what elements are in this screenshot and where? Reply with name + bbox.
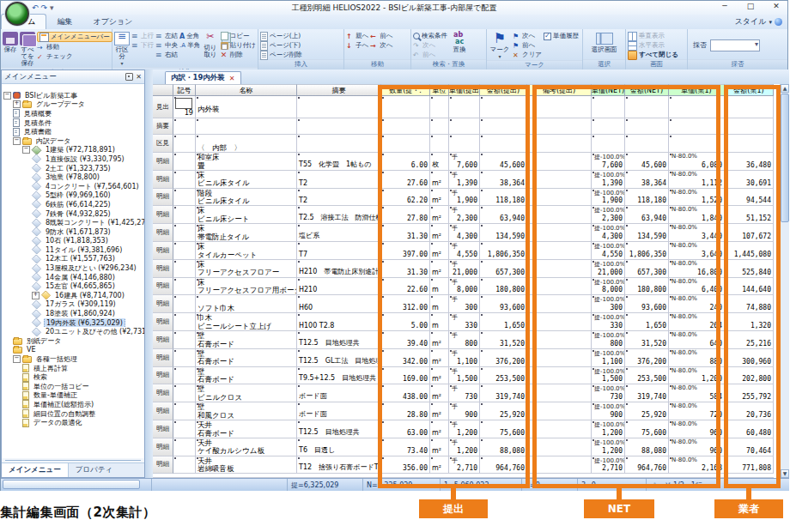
name-cell[interactable] xyxy=(196,118,297,135)
spec-cell[interactable] xyxy=(297,96,381,118)
row-division-button[interactable]: 行区分▾ xyxy=(114,31,130,67)
spec-cell[interactable]: T2 xyxy=(297,171,381,189)
page-up-button[interactable]: ページ(上) xyxy=(260,32,302,40)
row-down-button[interactable]: 下行 xyxy=(131,41,154,50)
grid-column-header[interactable] xyxy=(153,84,173,96)
scroll-down-icon[interactable]: ▼ xyxy=(781,469,789,478)
row-up-button[interactable]: 上行 xyxy=(131,32,154,40)
symbol-cell[interactable]: 19 xyxy=(173,96,196,118)
symbol-cell[interactable] xyxy=(173,438,196,456)
cut-button[interactable]: ✂ 切り取り xyxy=(202,31,219,58)
pin-icon[interactable] xyxy=(125,73,133,81)
tree-item[interactable]: 17ガラス (¥309,119) xyxy=(2,300,144,310)
tree-item[interactable]: 13屋根及びとい (¥296,234) xyxy=(2,263,144,273)
spec-cell[interactable] xyxy=(297,135,381,153)
name-cell[interactable]: 壁和風クロス xyxy=(196,402,297,420)
symbol-cell[interactable] xyxy=(173,118,196,135)
search-prev-button[interactable]: ↶前へ xyxy=(413,51,447,59)
join-right-button[interactable]: 右結 xyxy=(155,51,178,59)
mark-next-button[interactable]: ⚑次へ xyxy=(513,32,542,40)
tree-item[interactable]: グループデータ xyxy=(2,100,144,110)
spec-cell[interactable]: H210 帯電防止床別途計上 xyxy=(297,260,381,278)
grid-column-header[interactable]: 記号 xyxy=(173,84,196,96)
tree-item[interactable]: 15左官 (¥4,665,865) xyxy=(2,281,144,291)
symbol-cell[interactable] xyxy=(173,224,196,242)
zenkaku-button[interactable]: A全角 xyxy=(179,32,200,40)
app-menu-button[interactable] xyxy=(5,2,29,26)
horizontal-view-button[interactable]: 水平表示 xyxy=(628,41,678,50)
name-cell[interactable]: 天井岩綿吸音板 xyxy=(196,456,297,475)
go-prev-button[interactable]: ←前へ xyxy=(370,32,392,40)
page-delete-button[interactable]: ページ削除 xyxy=(260,51,302,59)
tree-item[interactable]: 4コンクリート (¥7,564,601) xyxy=(2,182,144,191)
go-parent-button[interactable]: ↑親へ xyxy=(346,32,368,40)
symbol-cell[interactable] xyxy=(173,242,196,260)
spec-cell[interactable]: T2 xyxy=(297,189,381,207)
sidebar-tab-properties[interactable]: プロパティ xyxy=(69,463,120,477)
symbol-cell[interactable] xyxy=(173,313,196,331)
tree-item[interactable]: 単位の一括コピー xyxy=(2,382,144,391)
search-next-button[interactable]: ↷次へ xyxy=(413,41,447,50)
spec-cell[interactable]: ボード面 xyxy=(297,384,381,402)
tree-item[interactable]: 細目位置の自動調整 xyxy=(2,409,144,419)
name-cell[interactable]: 階段ビニル床タイル xyxy=(196,189,297,207)
symbol-cell[interactable] xyxy=(173,260,196,278)
replace-button[interactable]: ab ac 置換 xyxy=(449,31,470,53)
spec-cell[interactable]: T12.5 目地処理共 xyxy=(297,331,381,349)
name-cell[interactable]: 内外装 xyxy=(196,96,297,118)
tree-expander-icon[interactable] xyxy=(22,146,30,154)
grid-column-header[interactable]: 摘要 xyxy=(297,84,381,96)
name-cell[interactable]: 壁石膏ボード xyxy=(196,349,297,367)
tree-item[interactable]: 6鉄筋 (¥6,614,225) xyxy=(2,200,144,209)
tree-item[interactable]: 内訳データ xyxy=(2,136,144,146)
symbol-cell[interactable] xyxy=(173,171,196,189)
spec-cell[interactable]: 塩ビ系 xyxy=(297,224,381,242)
spec-cell[interactable]: H210 xyxy=(297,278,381,296)
go-next-button[interactable]: →次へ xyxy=(370,41,392,50)
symbol-cell[interactable] xyxy=(173,331,196,349)
paste-button[interactable]: 貼り付け xyxy=(221,41,256,50)
tree-item[interactable]: 19内外装 (¥6,325,029) xyxy=(2,318,144,328)
spec-cell[interactable]: H60 xyxy=(297,295,381,313)
symbol-cell[interactable] xyxy=(173,456,196,475)
save-all-button[interactable]: すべてを保存 xyxy=(20,31,35,67)
symbol-cell[interactable] xyxy=(173,153,196,171)
tree-item[interactable]: BSIビル新築工事 xyxy=(2,91,144,100)
hscroll-track[interactable] xyxy=(1,479,152,491)
symbol-cell[interactable] xyxy=(173,278,196,296)
tree-item[interactable]: 1建築 (¥72,718,891) xyxy=(2,146,144,155)
name-cell[interactable]: 壁石膏ボード xyxy=(196,367,297,385)
tree-item[interactable]: VE xyxy=(2,346,144,355)
tree-item[interactable]: 9防水 (¥1,671,873) xyxy=(2,227,144,237)
spec-cell[interactable]: T7 xyxy=(297,242,381,260)
tree-item[interactable]: 1直接仮設 (¥3,330,795) xyxy=(2,154,144,164)
tree-item[interactable]: 数量-単価補正 xyxy=(2,391,144,401)
check-button[interactable]: ✓ チェック xyxy=(37,52,112,61)
tree-item[interactable]: 積上再計算 xyxy=(2,364,144,373)
adoption-combobox[interactable] xyxy=(710,39,760,51)
maximize-button[interactable]: □ xyxy=(741,2,760,10)
price-history-checkbox[interactable]: 単価履歴 xyxy=(544,32,579,40)
spec-cell[interactable]: T9.5+12.5 目地処理共 xyxy=(297,367,381,385)
spec-cell[interactable]: ボード面 xyxy=(297,402,381,420)
name-cell[interactable]: 床ビニル床シート xyxy=(196,206,297,224)
save-button[interactable]: 保存 xyxy=(3,31,18,53)
mark-clear-button[interactable]: ✕クリア xyxy=(513,51,542,59)
tree-item[interactable]: 10石 (¥1,818,353) xyxy=(2,237,144,246)
tree-item[interactable]: 2土工 (¥1,323,735) xyxy=(2,164,144,173)
spec-cell[interactable]: T12.5 目地処理共 xyxy=(297,420,381,438)
sidebar-tab-main-menu[interactable]: メインメニュー xyxy=(2,463,69,477)
main-menu-bar-toggle[interactable]: メインメニューバー xyxy=(37,32,112,42)
spec-cell[interactable]: T12.5 GL工法 目地処理共 xyxy=(297,349,381,367)
tree-item[interactable]: 12木工 (¥1,557,763) xyxy=(2,255,144,264)
tree-item[interactable]: 見積概要 xyxy=(2,109,144,118)
mark-prev-button[interactable]: ⚑前へ xyxy=(513,41,542,50)
name-cell[interactable]: 床タイルカーペット xyxy=(196,242,297,260)
spec-cell[interactable]: T2.5 溶接工法 防滑仕様 xyxy=(297,206,381,224)
tab-edit[interactable]: 編集 xyxy=(46,15,82,29)
go-child-button[interactable]: ↓子へ xyxy=(346,41,368,50)
name-cell[interactable]: 天井ケイ酸カルシウム板 xyxy=(196,438,297,456)
style-menu[interactable]: スタイル▾ xyxy=(735,16,782,27)
tree-item[interactable]: 見積書鑑 xyxy=(2,127,144,136)
tree-item[interactable]: 別紙データ xyxy=(2,336,144,346)
